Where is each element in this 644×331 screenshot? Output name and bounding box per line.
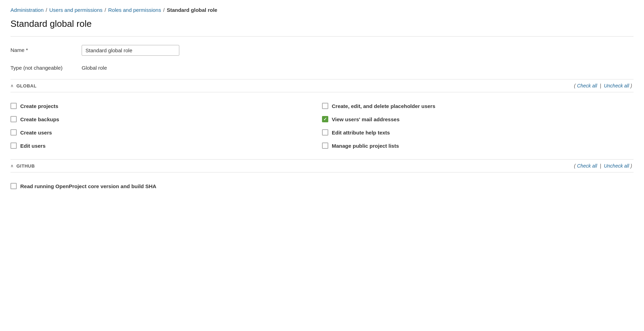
section-github: ∧GITHUB(Check all | Uncheck all)Read run…: [10, 159, 634, 193]
permission-label-create_projects: Create projects: [20, 103, 58, 109]
checkbox-manage_public_project_lists[interactable]: [322, 143, 328, 149]
checkbox-create_projects[interactable]: [10, 103, 17, 109]
breadcrumb: Administration / Users and permissions /…: [10, 7, 634, 13]
permission-item-view_users_mail_addresses: View users' mail addresses: [322, 113, 634, 126]
name-label: Name *: [10, 45, 73, 53]
section-header-github: ∧GITHUB(Check all | Uncheck all): [10, 159, 634, 172]
breadcrumb-separator-2: /: [105, 7, 106, 13]
permission-item-create_projects: Create projects: [10, 99, 322, 113]
permission-label-edit_users: Edit users: [20, 143, 46, 149]
title-divider: [10, 36, 634, 37]
permission-label-create_backups: Create backups: [20, 116, 59, 122]
permission-item-edit_users: Edit users: [10, 139, 322, 152]
permissions-grid-github: Read running OpenProject core version an…: [10, 179, 634, 193]
permission-label-read_running_openproject: Read running OpenProject core version an…: [20, 183, 156, 189]
sections-container: ∧GLOBAL(Check all | Uncheck all)Create p…: [10, 79, 634, 193]
permission-item-create_backups: Create backups: [10, 113, 322, 126]
breadcrumb-separator-3: /: [163, 7, 165, 13]
permission-label-view_users_mail_addresses: View users' mail addresses: [332, 116, 399, 122]
checkbox-create_backups[interactable]: [10, 116, 17, 122]
permission-item-edit_attribute_help_texts: Edit attribute help texts: [322, 126, 634, 139]
permission-label-manage_public_project_lists: Manage public project lists: [332, 143, 399, 149]
permission-label-create_edit_delete_placeholder_users: Create, edit, and delete placeholder use…: [332, 103, 435, 109]
breadcrumb-separator-1: /: [46, 7, 47, 13]
section-header-global: ∧GLOBAL(Check all | Uncheck all): [10, 79, 634, 92]
check-all-global[interactable]: Check all: [577, 83, 597, 88]
permission-item-read_running_openproject: Read running OpenProject core version an…: [10, 179, 322, 193]
check-all-github[interactable]: Check all: [577, 163, 597, 169]
breadcrumb-current: Standard global role: [167, 7, 217, 13]
type-row: Type (not changeable) Global role: [10, 63, 634, 71]
checkbox-create_edit_delete_placeholder_users[interactable]: [322, 103, 328, 109]
chevron-github-icon[interactable]: ∧: [10, 163, 14, 168]
form-section: Name * Type (not changeable) Global role: [10, 45, 634, 71]
page-title: Standard global role: [10, 18, 634, 29]
type-value: Global role: [82, 63, 107, 71]
chevron-global-icon[interactable]: ∧: [10, 83, 14, 88]
type-label: Type (not changeable): [10, 63, 73, 71]
permissions-grid-global: Create projectsCreate, edit, and delete …: [10, 99, 634, 152]
uncheck-all-global[interactable]: Uncheck all: [604, 83, 629, 88]
name-row: Name *: [10, 45, 634, 56]
permission-item-create_users: Create users: [10, 126, 322, 139]
section-actions-global: (Check all | Uncheck all): [572, 83, 634, 88]
permission-item-manage_public_project_lists: Manage public project lists: [322, 139, 634, 152]
permission-label-edit_attribute_help_texts: Edit attribute help texts: [332, 130, 390, 136]
permission-item-create_edit_delete_placeholder_users: Create, edit, and delete placeholder use…: [322, 99, 634, 113]
uncheck-all-github[interactable]: Uncheck all: [604, 163, 629, 169]
checkbox-edit_attribute_help_texts[interactable]: [322, 129, 328, 136]
section-title-global: GLOBAL: [16, 83, 37, 88]
checkbox-create_users[interactable]: [10, 129, 17, 136]
section-global: ∧GLOBAL(Check all | Uncheck all)Create p…: [10, 79, 634, 152]
permission-label-create_users: Create users: [20, 130, 52, 136]
checkbox-view_users_mail_addresses[interactable]: [322, 116, 328, 122]
checkbox-edit_users[interactable]: [10, 143, 17, 149]
checkbox-read_running_openproject[interactable]: [10, 183, 17, 189]
breadcrumb-users-permissions[interactable]: Users and permissions: [49, 7, 103, 13]
breadcrumb-administration[interactable]: Administration: [10, 7, 44, 13]
section-title-github: GITHUB: [16, 163, 35, 169]
section-actions-github: (Check all | Uncheck all): [572, 163, 634, 169]
name-input[interactable]: [82, 45, 179, 56]
breadcrumb-roles-permissions[interactable]: Roles and permissions: [108, 7, 161, 13]
